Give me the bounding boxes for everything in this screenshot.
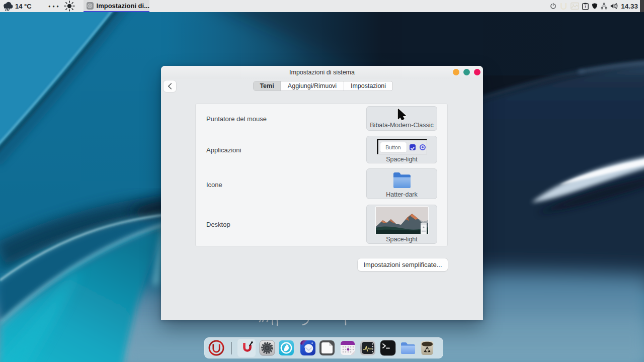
- svg-text:!: !: [585, 4, 586, 9]
